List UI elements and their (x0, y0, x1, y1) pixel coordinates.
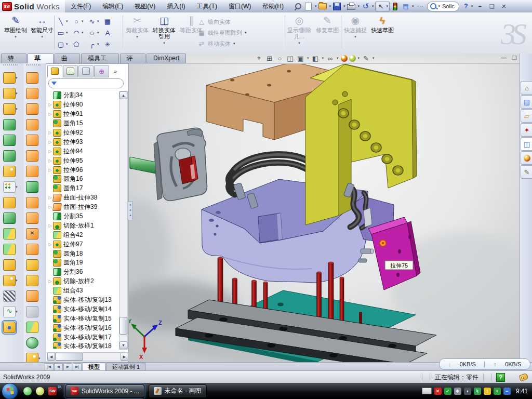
select-region-icon[interactable]: ▦ (103, 16, 118, 27)
task-pane-tab-appearances[interactable] (521, 151, 532, 165)
start-button[interactable] (2, 383, 18, 399)
taskbar-window-paint[interactable]: 未命名 - 画图 (149, 384, 207, 398)
select-tool[interactable]: ↖▾ (375, 2, 390, 11)
ellipse-icon[interactable]: ○▾ (87, 27, 103, 38)
trim-surface-icon[interactable] (26, 212, 38, 224)
expand-arrow[interactable]: ▷ (47, 102, 53, 107)
tree-item-曲面-拉伸39[interactable]: ▷曲面-拉伸39 (47, 203, 118, 212)
line-icon[interactable]: ╲▾ (56, 16, 72, 27)
next-tab-button[interactable]: ▶ (63, 363, 72, 371)
tree-item-分割36[interactable]: 分割36 (47, 268, 118, 277)
undo-caret[interactable]: ▾ (372, 4, 374, 8)
help-caret[interactable]: ▾ (471, 4, 473, 8)
tree-item-分割35[interactable]: 分割35 (47, 212, 118, 221)
quick-launch-solidworks-icon[interactable]: SW (48, 387, 57, 395)
restore-button[interactable]: ❏ (487, 3, 496, 10)
new-document-icon[interactable] (304, 2, 313, 11)
expand-arrow[interactable]: ▷ (47, 223, 53, 228)
tree-item-分割34[interactable]: 分割34 (47, 91, 118, 100)
scroll-left-button[interactable]: ◀ (47, 353, 55, 361)
open-caret[interactable]: ▾ (329, 4, 331, 8)
menu-item-3[interactable]: 插入(I) (161, 2, 191, 11)
save-icon[interactable] (332, 2, 342, 11)
ruled-surface-icon[interactable] (26, 290, 38, 302)
expand-arrow[interactable]: ▷ (47, 112, 53, 116)
quick-launch-chevron[interactable]: » (58, 383, 61, 390)
tree-item-组合42[interactable]: 组合42 (47, 230, 118, 240)
tab-曲面[interactable]: 曲面 (55, 54, 80, 63)
offset-surface-icon[interactable] (26, 181, 38, 193)
shell-icon[interactable] (3, 150, 16, 162)
search-caret[interactable]: ▾ (438, 4, 441, 8)
scroll-right-button[interactable]: ▶ (121, 353, 128, 361)
doc-restore-button[interactable]: ❏ (512, 55, 517, 61)
tree-item-切除-放样2[interactable]: ▷切除-放样2 (47, 277, 118, 286)
hole-wizard-icon[interactable] (3, 166, 16, 177)
doc-tab-运动算例 1[interactable]: 运动算例 1 (107, 363, 145, 371)
tray-security-green-shield-icon[interactable]: ✓ (444, 388, 451, 395)
display-delete-relations-button[interactable]: ◎ 显示/删除几...▾ (287, 15, 312, 50)
tree-item-实体-移动/复制17[interactable]: 实体-移动/复制17 (47, 332, 118, 342)
menu-item-2[interactable]: 视图(V) (129, 2, 161, 11)
first-tab-button[interactable]: |◀ (45, 363, 54, 371)
filled-surface-icon[interactable] (26, 150, 38, 162)
swept-boss-icon[interactable] (3, 119, 16, 130)
expand-arrow[interactable]: ▷ (47, 205, 53, 209)
linear-pattern-icon[interactable] (3, 181, 16, 193)
tray-security-red-shield-icon[interactable]: ✕ (434, 388, 442, 395)
tree-item-实体-移动/复制16[interactable]: 实体-移动/复制16 (47, 323, 118, 332)
edit-appearance-icon[interactable] (341, 55, 348, 62)
options-list-icon[interactable]: ▤ (401, 2, 410, 11)
print-icon[interactable] (347, 2, 356, 11)
feature-manager-tab[interactable] (47, 65, 62, 77)
instant3d-icon[interactable] (3, 322, 16, 333)
last-tab-button[interactable]: ▶| (73, 363, 82, 371)
surface-flatten-icon[interactable] (26, 306, 38, 317)
task-pane-tab-solidworks-search[interactable]: ✦ (521, 123, 532, 137)
quick-tips-icon[interactable]: ? (496, 373, 505, 382)
close-button[interactable]: ✕ (499, 3, 508, 10)
delete-body-icon[interactable] (3, 275, 16, 286)
lofted-surface-icon[interactable] (26, 119, 38, 130)
expand-arrow[interactable]: ▷ (47, 140, 53, 144)
tree-item-拉伸92[interactable]: ▷拉伸92 (47, 128, 118, 138)
sketch-button[interactable]: ✎ 草图绘制▾ (3, 15, 28, 50)
expand-arrow[interactable]: ▷ (47, 158, 53, 163)
tree-item-切除-放样1[interactable]: ▷切除-放样1 (47, 221, 118, 230)
sketch-text-icon[interactable]: A (103, 27, 118, 38)
print-caret[interactable]: ▾ (357, 4, 360, 8)
sprue-arm-assembly[interactable] (129, 128, 207, 201)
menu-item-1[interactable]: 编辑(E) (97, 2, 129, 11)
help-icon[interactable]: ? (461, 2, 471, 11)
tree-item-拉伸93[interactable]: ▷拉伸93 (47, 137, 118, 147)
zoom-fit-icon[interactable]: ⌖ (255, 54, 263, 62)
taskbar-window-solidworks[interactable]: SWSolidWorks 2009 - ... (65, 384, 144, 398)
extruded-surface-icon[interactable] (26, 72, 38, 84)
untrim-surface-icon[interactable] (26, 259, 38, 271)
expand-arrow[interactable]: ▷ (47, 195, 53, 200)
extruded-cut-icon[interactable] (3, 88, 16, 99)
expand-arrow[interactable]: ▷ (47, 149, 53, 154)
tree-item-拉伸94[interactable]: ▷拉伸94 (47, 147, 118, 156)
tree-item-圆角19[interactable]: 圆角19 (47, 258, 118, 268)
options-caret[interactable]: ▾ (412, 4, 414, 8)
open-icon[interactable] (318, 2, 327, 11)
search-box[interactable]: ▾ Solic (427, 2, 459, 11)
tree-item-圆角18[interactable]: 圆角18 (47, 249, 118, 258)
dimxpert-manager-tab[interactable]: ⊕ (94, 65, 109, 77)
zoom-area-icon[interactable]: ⊞ (265, 55, 274, 62)
move-copy-body-icon[interactable] (3, 259, 16, 271)
view-settings-icon[interactable]: ✎ (362, 55, 370, 62)
doc-tab-模型[interactable]: 模型 (83, 363, 105, 371)
convert-entities-button[interactable]: ◫ 转换实体引用▾ (152, 15, 177, 50)
task-pane-tab-design-library[interactable]: ▤ (521, 95, 532, 109)
tree-vertical-scrollbar[interactable]: ▲ ▼ (119, 91, 128, 350)
curve-icon[interactable]: ∿ (3, 306, 16, 317)
minimize-button[interactable]: – (475, 3, 484, 10)
pin-icon[interactable] (294, 2, 303, 11)
expand-arrow[interactable]: ▷ (47, 242, 53, 247)
panel-coll​apse-handle[interactable]: ◂◂◂ (128, 202, 133, 220)
swept-surface-icon[interactable] (26, 103, 38, 115)
rebuild-traffic-light-icon[interactable] (391, 2, 400, 11)
draft-icon[interactable] (3, 212, 16, 224)
